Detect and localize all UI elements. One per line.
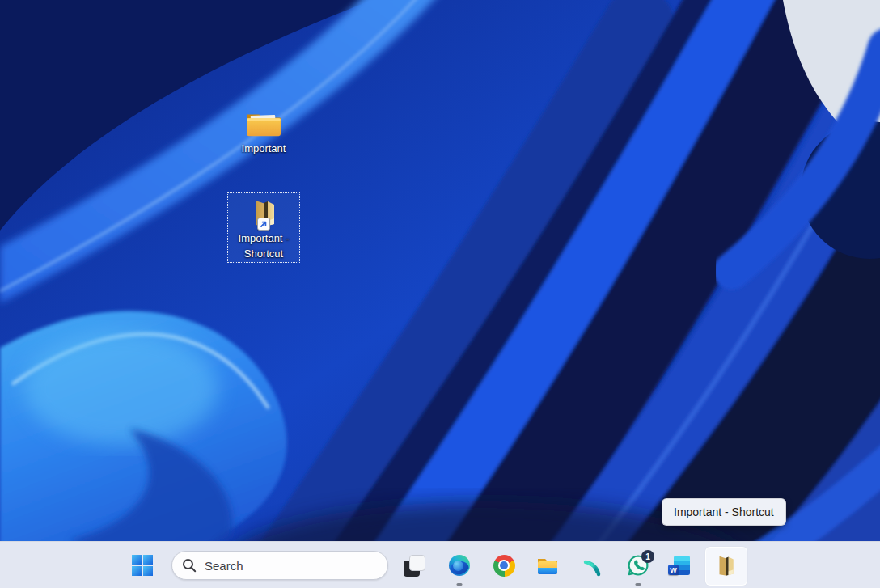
word-w-badge: W: [668, 565, 679, 575]
taskbar: Search: [0, 541, 880, 588]
search-placeholder: Search: [205, 559, 243, 573]
task-view-button[interactable]: [398, 542, 430, 588]
tooltip-important-shortcut: Important - Shortcut: [662, 498, 786, 526]
open-folder-icon: [713, 553, 738, 577]
taskbar-item-important-shortcut[interactable]: [703, 542, 748, 588]
search-box[interactable]: Search: [171, 551, 388, 580]
taskbar-item-chrome[interactable]: [488, 542, 520, 588]
whatsapp-notification-badge: 1: [641, 550, 654, 563]
running-indicator: [636, 583, 641, 586]
taskbar-item-edge[interactable]: [443, 542, 476, 588]
desktop-icon-label-line2: Shortcut: [227, 247, 300, 262]
desktop-icon-label-line1: Important -: [227, 231, 300, 247]
start-button[interactable]: [126, 542, 159, 588]
task-view-icon: [404, 555, 425, 577]
desktop-background[interactable]: Important: [0, 0, 880, 588]
desktop-icon-label: Important: [227, 142, 300, 157]
taskbar-item-word[interactable]: W: [663, 542, 696, 588]
desktop-icon-important-shortcut[interactable]: Important - Shortcut: [227, 192, 300, 263]
desktop-icon-important[interactable]: Important: [227, 108, 300, 157]
edge-icon: [448, 554, 471, 577]
chrome-icon: [493, 555, 515, 577]
file-explorer-icon: [536, 555, 559, 576]
folder-icon: [245, 108, 282, 139]
windows-logo-icon: [132, 555, 153, 576]
wave-app-icon: [582, 554, 605, 577]
taskbar-item-whatsapp[interactable]: 1: [622, 542, 654, 588]
shortcut-arrow-icon: [257, 218, 270, 231]
taskbar-item-wave-app[interactable]: [578, 542, 610, 588]
search-icon: [182, 558, 197, 573]
taskbar-item-file-explorer[interactable]: [531, 542, 564, 588]
running-indicator: [457, 583, 463, 586]
